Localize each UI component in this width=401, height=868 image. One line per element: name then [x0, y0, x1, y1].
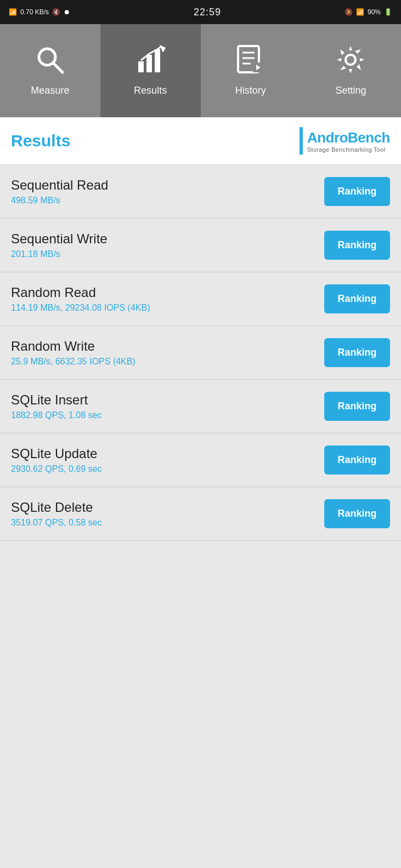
benchmark-list: Sequential Read 498.59 MB/s Ranking Sequ…: [0, 165, 401, 541]
benchmark-value: 114.19 MB/s, 29234.08 IOPS (4KB): [11, 303, 324, 313]
sound-icon: 🔇: [52, 8, 60, 16]
speed-text: 0.70 KB/s: [20, 8, 49, 16]
benchmark-info: SQLite Insert 1882.98 QPS, 1.08 sec: [11, 392, 324, 420]
benchmark-row-sqlite-update: SQLite Update 2930.62 QPS, 0.69 sec Rank…: [0, 433, 401, 487]
benchmark-value: 1882.98 QPS, 1.08 sec: [11, 410, 324, 420]
svg-rect-4: [155, 49, 160, 72]
nav-tabs: Measure Results History: [0, 24, 401, 117]
benchmark-value: 2930.62 QPS, 0.69 sec: [11, 464, 324, 474]
history-label: History: [235, 85, 266, 96]
benchmark-value: 201.18 MB/s: [11, 249, 324, 259]
benchmark-info: Sequential Write 201.18 MB/s: [11, 231, 324, 259]
benchmark-name: Random Write: [11, 339, 324, 354]
benchmark-row-random-read: Random Read 114.19 MB/s, 29234.08 IOPS (…: [0, 272, 401, 326]
results-label: Results: [134, 85, 167, 96]
svg-point-12: [346, 55, 355, 65]
benchmark-info: Random Read 114.19 MB/s, 29234.08 IOPS (…: [11, 285, 324, 313]
ranking-button-sqlite-update[interactable]: Ranking: [324, 446, 390, 475]
benchmark-name: Random Read: [11, 285, 324, 300]
ranking-button-random-write[interactable]: Ranking: [324, 338, 390, 367]
benchmark-row-sequential-read: Sequential Read 498.59 MB/s Ranking: [0, 165, 401, 219]
ranking-button-random-read[interactable]: Ranking: [324, 284, 390, 313]
logo-andro: Andro: [307, 129, 348, 146]
ranking-button-sqlite-delete[interactable]: Ranking: [324, 499, 390, 528]
time-display: 22:59: [194, 7, 221, 18]
tab-measure[interactable]: Measure: [0, 24, 100, 117]
benchmark-info: SQLite Delete 3519.07 QPS, 0.58 sec: [11, 500, 324, 528]
logo-name: AndroBench: [307, 129, 390, 146]
svg-rect-2: [138, 61, 144, 72]
ranking-button-sequential-read[interactable]: Ranking: [324, 177, 390, 206]
tab-history[interactable]: History: [201, 24, 301, 117]
benchmark-row-sqlite-delete: SQLite Delete 3519.07 QPS, 0.58 sec Rank…: [0, 487, 401, 541]
measure-label: Measure: [31, 85, 69, 96]
svg-marker-5: [160, 45, 166, 53]
battery-text: 90%: [368, 8, 381, 16]
benchmark-name: SQLite Update: [11, 446, 324, 461]
benchmark-row-sequential-write: Sequential Write 201.18 MB/s Ranking: [0, 219, 401, 272]
benchmark-info: SQLite Update 2930.62 QPS, 0.69 sec: [11, 446, 324, 474]
ranking-button-sequential-write[interactable]: Ranking: [324, 231, 390, 260]
benchmark-info: Random Write 25.9 MB/s, 6632.35 IOPS (4K…: [11, 339, 324, 367]
setting-label: Setting: [336, 85, 366, 96]
logo-bench: Bench: [348, 129, 390, 146]
benchmark-value: 25.9 MB/s, 6632.35 IOPS (4KB): [11, 357, 324, 367]
page-title: Results: [11, 132, 70, 150]
record-icon: ⏺: [64, 8, 70, 16]
logo-subtitle: Storage Benchmarking Tool: [307, 146, 390, 153]
status-bar: 📶 0.70 KB/s 🔇 ⏺ 22:59 🔕 📶 90% 🔋: [0, 0, 401, 24]
svg-rect-3: [146, 55, 152, 72]
ranking-button-sqlite-insert[interactable]: Ranking: [324, 392, 390, 421]
history-icon: [235, 45, 266, 79]
battery-icon: 🔋: [384, 8, 392, 16]
androbench-logo: AndroBench Storage Benchmarking Tool: [300, 127, 390, 155]
logo-accent-bar: [300, 127, 303, 155]
benchmark-name: SQLite Insert: [11, 392, 324, 408]
settings-icon: [336, 45, 366, 79]
logo-text: AndroBench Storage Benchmarking Tool: [307, 129, 390, 153]
tab-setting[interactable]: Setting: [301, 24, 401, 117]
benchmark-name: Sequential Read: [11, 178, 324, 193]
status-left: 📶 0.70 KB/s 🔇 ⏺: [9, 8, 70, 16]
benchmark-row-sqlite-insert: SQLite Insert 1882.98 QPS, 1.08 sec Rank…: [0, 380, 401, 433]
benchmark-name: Sequential Write: [11, 231, 324, 247]
benchmark-info: Sequential Read 498.59 MB/s: [11, 178, 324, 205]
benchmark-value: 3519.07 QPS, 0.58 sec: [11, 518, 324, 528]
results-header: Results AndroBench Storage Benchmarking …: [0, 117, 401, 165]
benchmark-row-random-write: Random Write 25.9 MB/s, 6632.35 IOPS (4K…: [0, 326, 401, 380]
empty-space: [0, 541, 401, 705]
chart-icon: [135, 45, 166, 79]
svg-line-1: [53, 63, 63, 72]
wifi-icon: 📶: [356, 8, 364, 16]
status-right: 🔕 📶 90% 🔋: [344, 8, 392, 16]
tab-results[interactable]: Results: [100, 24, 201, 117]
search-icon: [35, 45, 65, 79]
signal-icon: 📶: [9, 8, 17, 16]
benchmark-value: 498.59 MB/s: [11, 196, 324, 205]
benchmark-name: SQLite Delete: [11, 500, 324, 515]
notification-icon: 🔕: [344, 8, 353, 16]
